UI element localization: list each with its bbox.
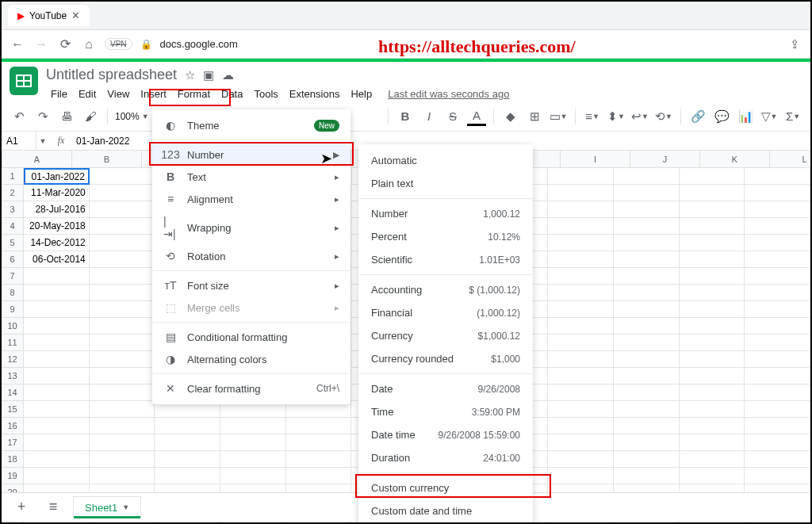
- cell[interactable]: [90, 351, 155, 368]
- menu-item-number[interactable]: 123 Number ▶: [152, 143, 350, 166]
- cell[interactable]: [614, 218, 680, 235]
- doc-title[interactable]: Untitled spreadsheet: [46, 67, 177, 83]
- row-header[interactable]: 2: [2, 185, 24, 201]
- cell[interactable]: [745, 451, 810, 468]
- cell[interactable]: [90, 251, 155, 268]
- menu-data[interactable]: Data: [216, 86, 247, 101]
- cell[interactable]: [286, 468, 352, 484]
- cell[interactable]: [90, 335, 155, 351]
- row-header[interactable]: 7: [2, 268, 24, 285]
- cell[interactable]: [745, 401, 810, 418]
- cell[interactable]: [548, 235, 614, 251]
- merge-cells-icon[interactable]: ▭ ▼: [549, 107, 568, 126]
- cell[interactable]: [680, 201, 745, 218]
- url-text[interactable]: docs.google.com: [160, 38, 238, 50]
- cell[interactable]: 11-Mar-2020: [24, 185, 90, 201]
- cell[interactable]: [24, 351, 90, 368]
- cell[interactable]: [745, 318, 810, 335]
- italic-icon[interactable]: I: [419, 107, 439, 126]
- cell[interactable]: [614, 201, 680, 218]
- cell[interactable]: [220, 434, 286, 451]
- cell[interactable]: [286, 418, 352, 434]
- cell[interactable]: [90, 434, 155, 451]
- number-custom-currency[interactable]: Custom currency: [358, 476, 533, 499]
- row-header[interactable]: 14: [2, 384, 24, 401]
- column-header[interactable]: K: [700, 151, 770, 167]
- cell[interactable]: [548, 451, 614, 468]
- wrap-icon[interactable]: ↩ ▼: [630, 107, 649, 126]
- star-icon[interactable]: ☆: [185, 68, 195, 82]
- cell[interactable]: [90, 384, 155, 401]
- formula-input[interactable]: 01-Jan-2022: [73, 136, 129, 147]
- cell[interactable]: [90, 218, 155, 235]
- menu-item-font-size[interactable]: тT Font size ▸: [152, 274, 350, 296]
- cell[interactable]: [680, 318, 745, 335]
- cell[interactable]: [745, 384, 810, 401]
- column-header[interactable]: B: [72, 151, 142, 167]
- chart-icon[interactable]: 📊: [736, 107, 755, 126]
- row-header[interactable]: 13: [2, 368, 24, 384]
- cell[interactable]: [220, 451, 286, 468]
- cell[interactable]: [614, 285, 680, 301]
- row-header[interactable]: 12: [2, 351, 24, 368]
- h-align-icon[interactable]: ≡ ▼: [583, 107, 602, 126]
- cell[interactable]: [680, 185, 745, 201]
- text-color-icon[interactable]: A: [467, 107, 486, 126]
- cell[interactable]: [90, 451, 155, 468]
- cell[interactable]: [614, 301, 680, 318]
- column-header[interactable]: I: [561, 151, 630, 167]
- zoom-select[interactable]: 100%▼: [115, 111, 149, 122]
- menu-insert[interactable]: Insert: [136, 86, 171, 101]
- cell[interactable]: [24, 368, 90, 384]
- cell[interactable]: [680, 301, 745, 318]
- column-header[interactable]: L: [770, 151, 812, 167]
- cell[interactable]: [745, 434, 810, 451]
- row-header[interactable]: 16: [2, 418, 24, 434]
- cell[interactable]: [24, 384, 90, 401]
- cell[interactable]: [90, 285, 155, 301]
- number-accounting[interactable]: Accounting$ (1,000.12): [358, 278, 533, 301]
- row-header[interactable]: 17: [2, 434, 24, 451]
- cell[interactable]: [680, 451, 745, 468]
- cell[interactable]: [548, 301, 614, 318]
- cell[interactable]: [614, 335, 680, 351]
- cell[interactable]: [680, 218, 745, 235]
- share-icon[interactable]: ⇪: [787, 36, 802, 52]
- cell[interactable]: [680, 235, 745, 251]
- cell[interactable]: [680, 351, 745, 368]
- menu-tools[interactable]: Tools: [249, 86, 282, 101]
- cell[interactable]: [24, 451, 90, 468]
- cell[interactable]: [614, 268, 680, 285]
- menu-item-clear[interactable]: ✕ Clear formatting Ctrl+\: [152, 377, 350, 400]
- cell[interactable]: 14-Dec-2012: [24, 235, 90, 251]
- cell[interactable]: [548, 185, 614, 201]
- cell[interactable]: [614, 235, 680, 251]
- cell[interactable]: [745, 168, 810, 185]
- row-header[interactable]: 3: [2, 201, 24, 218]
- cell[interactable]: [548, 351, 614, 368]
- paint-format-icon[interactable]: 🖌: [81, 107, 100, 126]
- cell[interactable]: [614, 384, 680, 401]
- home-icon[interactable]: ⌂: [81, 36, 97, 52]
- reload-icon[interactable]: ⟳: [57, 36, 73, 52]
- v-align-icon[interactable]: ⬍ ▼: [607, 107, 626, 126]
- cell[interactable]: [155, 468, 220, 484]
- filter-icon[interactable]: ▽ ▼: [760, 107, 779, 126]
- cell[interactable]: [745, 335, 810, 351]
- cell[interactable]: [680, 384, 745, 401]
- last-edit-link[interactable]: Last edit was seconds ago: [383, 86, 514, 101]
- cell[interactable]: [548, 318, 614, 335]
- borders-icon[interactable]: ⊞: [525, 107, 544, 126]
- number-percent[interactable]: Percent10.12%: [358, 225, 533, 248]
- cell[interactable]: [90, 235, 155, 251]
- move-folder-icon[interactable]: ▣: [203, 68, 214, 82]
- cell[interactable]: [24, 318, 90, 335]
- cell[interactable]: [680, 368, 745, 384]
- cell[interactable]: [614, 451, 680, 468]
- cell[interactable]: [745, 201, 810, 218]
- menu-edit[interactable]: Edit: [74, 86, 101, 101]
- cell[interactable]: [548, 268, 614, 285]
- cell[interactable]: [745, 418, 810, 434]
- row-header[interactable]: 8: [2, 285, 24, 301]
- cell[interactable]: [24, 285, 90, 301]
